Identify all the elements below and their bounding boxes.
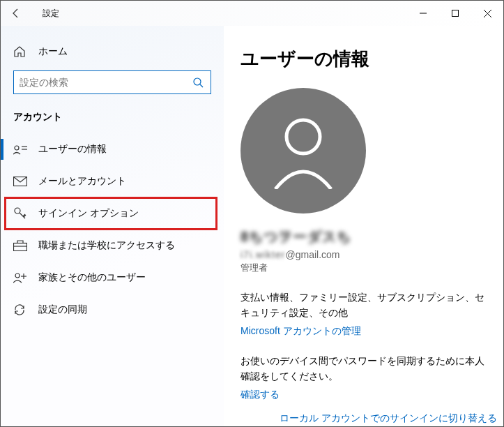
sidebar-item-your-info[interactable]: ユーザーの情報 xyxy=(1,133,224,165)
manage-ms-account-link[interactable]: Microsoft アカウントの管理 xyxy=(240,325,361,338)
sidebar-item-family-users[interactable]: 家族とその他のユーザー xyxy=(1,262,224,294)
avatar xyxy=(240,88,366,214)
svg-line-3 xyxy=(200,84,203,87)
sidebar-item-signin-options[interactable]: サインイン オプション xyxy=(5,197,217,230)
svg-point-8 xyxy=(15,208,20,214)
key-icon xyxy=(13,207,27,220)
home-nav[interactable]: ホーム xyxy=(1,41,224,70)
user-card-icon xyxy=(13,144,27,155)
search-box[interactable] xyxy=(13,70,211,94)
briefcase-icon xyxy=(13,240,27,251)
sidebar: ホーム アカウント ユーザーの情報 メールとアカウント xyxy=(1,26,224,426)
switch-local-account-link[interactable]: ローカル アカウントでのサインインに切り替える xyxy=(280,412,497,425)
home-label: ホーム xyxy=(38,45,68,58)
window-title: 設定 xyxy=(43,8,59,20)
svg-point-14 xyxy=(287,120,320,153)
search-input[interactable] xyxy=(20,77,192,88)
section-title: アカウント xyxy=(1,108,224,133)
email-local-masked: i7i.wikter xyxy=(240,249,285,260)
mail-icon xyxy=(13,177,27,186)
minimize-button[interactable] xyxy=(407,1,439,26)
svg-rect-1 xyxy=(452,10,459,17)
email-domain: @gmail.com xyxy=(285,249,339,260)
sidebar-item-email-accounts[interactable]: メールとアカウント xyxy=(1,165,224,197)
sidebar-item-label: 家族とその他のユーザー xyxy=(38,271,146,284)
sidebar-item-work-school[interactable]: 職場または学校にアクセスする xyxy=(1,230,224,262)
window-controls xyxy=(407,1,503,26)
page-title: ユーザーの情報 xyxy=(240,47,487,71)
sidebar-item-label: サインイン オプション xyxy=(38,207,139,220)
main-panel: ユーザーの情報 8ちつヲーダスち i7i.wikter@gmail.com 管理… xyxy=(224,26,503,426)
sync-verify-desc: お使いのデバイス間でパスワードを同期するために本人確認をしてください。 xyxy=(240,353,487,384)
people-icon xyxy=(13,272,27,283)
svg-point-11 xyxy=(15,274,20,278)
sidebar-item-label: メールとアカウント xyxy=(38,175,126,188)
sidebar-item-sync[interactable]: 設定の同期 xyxy=(1,294,224,326)
account-email: i7i.wikter@gmail.com xyxy=(240,249,487,260)
svg-rect-9 xyxy=(14,244,27,251)
verify-link[interactable]: 確認する xyxy=(240,389,280,401)
home-icon xyxy=(13,45,27,58)
svg-point-4 xyxy=(15,146,19,150)
titlebar: 設定 xyxy=(1,1,503,26)
sidebar-item-label: 職場または学校にアクセスする xyxy=(38,239,175,252)
account-role: 管理者 xyxy=(240,262,487,274)
svg-point-2 xyxy=(194,78,201,85)
close-button[interactable] xyxy=(471,1,503,26)
back-button[interactable] xyxy=(10,8,30,19)
account-name: 8ちつヲーダスち xyxy=(240,227,487,246)
search-icon xyxy=(192,77,205,88)
sync-icon xyxy=(13,304,27,316)
sidebar-item-label: ユーザーの情報 xyxy=(38,143,107,156)
sidebar-item-label: 設定の同期 xyxy=(38,304,87,316)
maximize-button[interactable] xyxy=(439,1,471,26)
account-extras-desc: 支払い情報、ファミリー設定、サブスクリプション、セキュリティ設定、その他 xyxy=(240,290,487,321)
